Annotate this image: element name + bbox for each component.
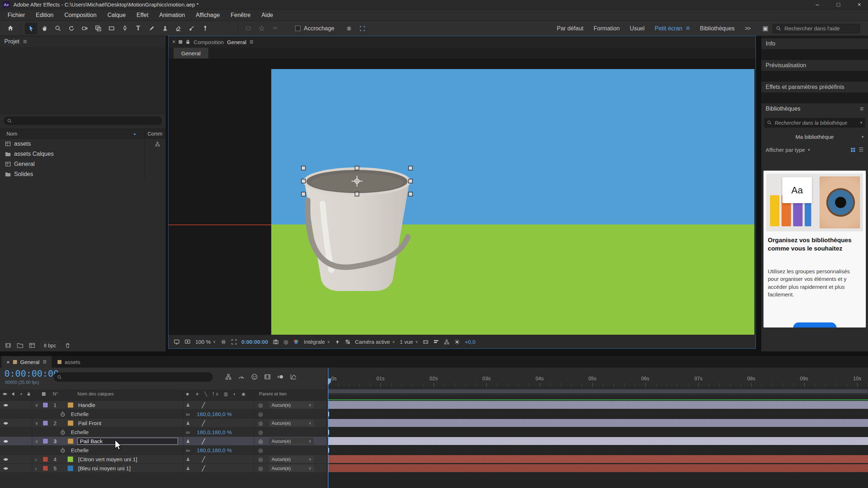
eye-icon[interactable]	[3, 419, 9, 428]
project-item-assets[interactable]: assets	[0, 139, 166, 149]
timeline-search-input[interactable]	[64, 374, 209, 380]
close-icon[interactable]: ×	[172, 39, 175, 45]
shy-layers-icon[interactable]	[251, 373, 258, 380]
menu-composition[interactable]: Composition	[59, 12, 102, 18]
camera-select[interactable]: Caméra active ∨	[355, 339, 395, 345]
quality-switch-icon[interactable]: ╱	[202, 464, 205, 473]
stopwatch-icon[interactable]	[60, 428, 65, 437]
layer-name[interactable]: Pail Front	[78, 419, 101, 428]
snap-checkbox[interactable]	[295, 26, 301, 31]
effects-presets-panel-header[interactable]: Effets et paramètres prédéfinis	[761, 82, 868, 93]
label-column-icon[interactable]	[42, 389, 46, 398]
layer-name[interactable]: Handle	[78, 401, 95, 410]
layer-row-pail-front[interactable]: ∨ 2 Pail Front ♟ ╱ ◎ Aucun(e) ∨	[0, 419, 327, 428]
stopwatch-icon[interactable]	[60, 446, 65, 455]
eye-icon[interactable]	[3, 455, 9, 464]
bucket-body[interactable]	[305, 182, 409, 291]
layer-row-pail-back[interactable]: ∨ 3 Pail Back ♟ ╱ ◎ Aucun(e) ∨	[0, 437, 327, 446]
bit-depth-button[interactable]: 8 bpc	[41, 342, 59, 350]
pick-whip-icon[interactable]: ◎	[258, 464, 263, 473]
current-time-indicator[interactable]	[328, 368, 328, 488]
work-area-bar[interactable]	[328, 389, 868, 394]
viewer-timecode[interactable]: 0:00:00:00	[242, 339, 268, 345]
info-panel-header[interactable]: Info	[761, 38, 868, 49]
new-folder-icon[interactable]	[17, 343, 23, 348]
scale-value[interactable]: 180,0,180,0 %	[197, 428, 232, 437]
panel-menu-icon[interactable]: ≡	[23, 38, 27, 46]
parent-select[interactable]: Aucun(e) ∨	[269, 420, 314, 427]
composition-tab-name[interactable]: General	[227, 39, 246, 45]
mini-flowchart-icon[interactable]	[225, 373, 232, 380]
fast-preview-icon[interactable]	[335, 339, 340, 345]
workspace-usuel[interactable]: Usuel	[630, 25, 644, 32]
always-preview-icon[interactable]	[174, 339, 180, 345]
libraries-search-input[interactable]	[774, 120, 848, 126]
resolution-select[interactable]: Intégrale ∨	[304, 339, 330, 345]
parent-select[interactable]: Aucun(e) ∨	[269, 465, 314, 472]
shy-switch-icon[interactable]: ♟	[186, 455, 190, 464]
pick-whip-icon[interactable]: ◎	[258, 401, 263, 410]
pan-behind-tool-icon[interactable]	[92, 23, 104, 34]
quality-switch-icon[interactable]: ╱	[202, 437, 205, 446]
workspace-bibliotheques[interactable]: Bibliothèques	[700, 25, 735, 32]
type-tool-icon[interactable]: T	[132, 23, 144, 34]
viewer-tab-general[interactable]: General	[174, 48, 208, 59]
pick-whip-icon[interactable]: ◎	[258, 428, 263, 437]
quality-switch-icon[interactable]: ╱	[202, 419, 205, 428]
libraries-panel-header[interactable]: Bibliothèques ≡	[761, 103, 868, 114]
graph-editor-icon[interactable]	[290, 373, 297, 380]
menu-aide[interactable]: Aide	[256, 12, 278, 18]
current-timecode[interactable]: 0:00:00:00	[4, 368, 59, 379]
channels-icon[interactable]	[293, 339, 299, 345]
quality-switch-icon[interactable]: ╱	[202, 401, 205, 410]
shy-switch-icon[interactable]: ♟	[186, 464, 190, 473]
promo-cta-button[interactable]	[793, 322, 837, 328]
parent-select[interactable]: Aucun(e) ∨	[269, 456, 314, 463]
layer-row-handle[interactable]: ∨ 1 Handle ♟ ╱ ◎ Aucun(e) ∨	[0, 401, 327, 410]
menu-fichier[interactable]: Fichier	[2, 12, 30, 18]
scale-value[interactable]: 180,0,180,0 %	[197, 446, 232, 455]
eraser-tool-icon[interactable]	[172, 23, 184, 34]
new-composition-icon[interactable]	[29, 342, 35, 348]
property-row-scale[interactable]: Echelle ∞ 180,0,180,0 % ◎	[0, 428, 327, 437]
shape-tool-icon[interactable]	[105, 23, 118, 34]
interpret-footage-icon[interactable]	[5, 342, 11, 348]
layer-name-edit[interactable]: Pail Back	[77, 437, 178, 446]
number-column-header[interactable]: N°	[53, 389, 58, 398]
minimize-button[interactable]: –	[809, 0, 826, 9]
frame-blending-icon[interactable]	[264, 373, 271, 380]
shy-switch-icon[interactable]: ♟	[186, 401, 190, 410]
library-select[interactable]: Ma bibliothèque ▾	[761, 132, 868, 142]
star-tool-icon[interactable]	[255, 23, 268, 34]
layer-name[interactable]: [Citron vert moyen uni 1]	[78, 455, 137, 464]
project-item-assets-calques[interactable]: assets Calques	[0, 149, 166, 159]
feather-tool-icon[interactable]	[269, 23, 281, 34]
twirl-icon[interactable]: ›	[35, 455, 37, 464]
parent-select[interactable]: Aucun(e) ∨	[269, 438, 314, 445]
project-item-solides[interactable]: Solides	[0, 169, 166, 179]
exposure-icon[interactable]	[454, 339, 460, 345]
track-pail-front[interactable]	[328, 419, 868, 428]
zoom-tool-icon[interactable]	[52, 23, 64, 34]
rotate-tool-icon[interactable]	[65, 23, 77, 34]
list-view-icon[interactable]: ☰	[859, 146, 864, 153]
parent-select[interactable]: Aucun(e) ∨	[269, 402, 314, 408]
track-pail-back[interactable]	[328, 437, 868, 446]
pixel-aspect-icon[interactable]	[423, 339, 429, 345]
panel-menu-icon[interactable]: ≡	[860, 105, 864, 113]
menu-affichage[interactable]: Affichage	[190, 12, 225, 18]
twirl-icon[interactable]: ∨	[35, 401, 38, 410]
magnification-select[interactable]: 100 % ∨	[195, 339, 216, 345]
menu-effet[interactable]: Effet	[131, 12, 154, 18]
grid-options-icon[interactable]	[343, 23, 355, 34]
help-search-input[interactable]	[784, 25, 856, 32]
label-color-chip[interactable]	[43, 437, 48, 446]
menu-fenetre[interactable]: Fenêtre	[225, 12, 256, 18]
layer-row-citron-vert[interactable]: › 4 [Citron vert moyen uni 1] ♟ ╱ ◎ Aucu…	[0, 455, 327, 464]
flowchart-button-icon[interactable]	[444, 339, 450, 345]
twirl-icon[interactable]: ›	[35, 464, 37, 473]
twirl-icon[interactable]: ∨	[35, 419, 38, 428]
hand-tool-icon[interactable]	[38, 23, 51, 34]
column-comm[interactable]: Comm	[148, 131, 162, 137]
eye-icon[interactable]	[3, 464, 9, 473]
